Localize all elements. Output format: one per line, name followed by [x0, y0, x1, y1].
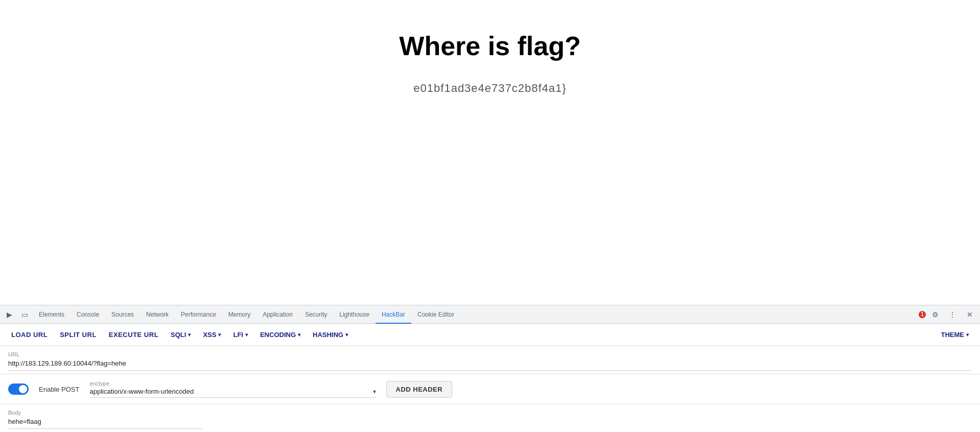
- body-underline: [8, 428, 202, 429]
- enable-post-toggle[interactable]: [8, 383, 29, 395]
- error-count: 1: [919, 311, 926, 318]
- devtools-panel: ▶ ▭ Elements Console Sources Network Per…: [0, 305, 980, 432]
- sqli-label: SQLI: [171, 331, 186, 339]
- inspect-icon[interactable]: ▶: [2, 307, 16, 322]
- theme-label: THEME: [941, 331, 965, 339]
- tab-security[interactable]: Security: [299, 305, 333, 324]
- xss-dropdown[interactable]: XSS ▾: [198, 328, 226, 342]
- xss-arrow-icon: ▾: [218, 332, 221, 338]
- enctype-group: enctype application/x-www-form-urlencode…: [90, 380, 376, 398]
- enctype-select[interactable]: application/x-www-form-urlencodedmultipa…: [90, 388, 373, 395]
- load-url-button[interactable]: LOAD URL: [6, 328, 53, 342]
- sqli-dropdown[interactable]: SQLI ▾: [166, 328, 196, 342]
- body-label: Body: [8, 410, 972, 416]
- enctype-arrow-icon: ▾: [373, 388, 376, 395]
- encoding-label: ENCODING: [260, 331, 296, 339]
- devtools-tabbar-right: 1 ⚙ ⋮ ✕: [919, 307, 978, 322]
- tab-hackbar[interactable]: HackBar: [376, 305, 411, 324]
- tab-cookie-editor[interactable]: Cookie Editor: [411, 305, 460, 324]
- add-header-button[interactable]: ADD HEADER: [386, 381, 453, 398]
- enctype-label: enctype: [90, 380, 376, 387]
- body-input[interactable]: [8, 417, 972, 426]
- tab-network[interactable]: Network: [140, 305, 175, 324]
- theme-arrow-icon: ▾: [966, 332, 969, 338]
- toggle-slider: [8, 383, 29, 395]
- tab-performance[interactable]: Performance: [175, 305, 222, 324]
- tab-console[interactable]: Console: [71, 305, 105, 324]
- url-input[interactable]: [8, 358, 972, 368]
- device-icon[interactable]: ▭: [17, 307, 32, 322]
- hackbar-toolbar: LOAD URL SPLIT URL EXECUTE URL SQLI ▾ XS…: [0, 324, 980, 346]
- url-section: URL: [0, 346, 980, 374]
- tab-memory[interactable]: Memory: [222, 305, 256, 324]
- tab-sources[interactable]: Sources: [105, 305, 140, 324]
- lfi-arrow-icon: ▾: [245, 332, 248, 338]
- encoding-dropdown[interactable]: ENCODING ▾: [255, 328, 306, 342]
- xss-label: XSS: [203, 331, 216, 339]
- post-section: Enable POST enctype application/x-www-fo…: [0, 374, 980, 404]
- settings-icon[interactable]: ⚙: [928, 307, 942, 322]
- lfi-label: LFI: [233, 331, 243, 339]
- page-subtitle: e01bf1ad3e4e737c2b8f4a1}: [413, 82, 566, 95]
- hashing-arrow-icon: ▾: [345, 332, 348, 338]
- execute-url-button[interactable]: EXECUTE URL: [104, 328, 164, 342]
- tab-lighthouse[interactable]: Lighthouse: [333, 305, 376, 324]
- more-icon[interactable]: ⋮: [945, 307, 960, 322]
- page-title: Where is flag?: [399, 31, 580, 61]
- encoding-arrow-icon: ▾: [298, 332, 300, 338]
- main-content: Where is flag? e01bf1ad3e4e737c2b8f4a1}: [0, 0, 980, 305]
- split-url-button[interactable]: SPLIT URL: [55, 328, 102, 342]
- hashing-label: HASHING: [313, 331, 343, 339]
- devtools-tabbar: ▶ ▭ Elements Console Sources Network Per…: [0, 305, 980, 324]
- hashing-dropdown[interactable]: HASHING ▾: [308, 328, 353, 342]
- body-section: Body: [0, 404, 980, 432]
- theme-dropdown[interactable]: THEME ▾: [936, 328, 974, 342]
- enctype-select-wrapper: application/x-www-form-urlencodedmultipa…: [90, 388, 376, 398]
- url-underline: [8, 370, 972, 371]
- sqli-arrow-icon: ▾: [188, 332, 191, 338]
- tab-elements[interactable]: Elements: [33, 305, 71, 324]
- close-icon[interactable]: ✕: [963, 307, 977, 322]
- error-badge[interactable]: 1: [919, 311, 926, 318]
- url-label: URL: [8, 351, 972, 357]
- enable-post-label: Enable POST: [39, 386, 80, 393]
- tab-application[interactable]: Application: [256, 305, 299, 324]
- lfi-dropdown[interactable]: LFI ▾: [228, 328, 253, 342]
